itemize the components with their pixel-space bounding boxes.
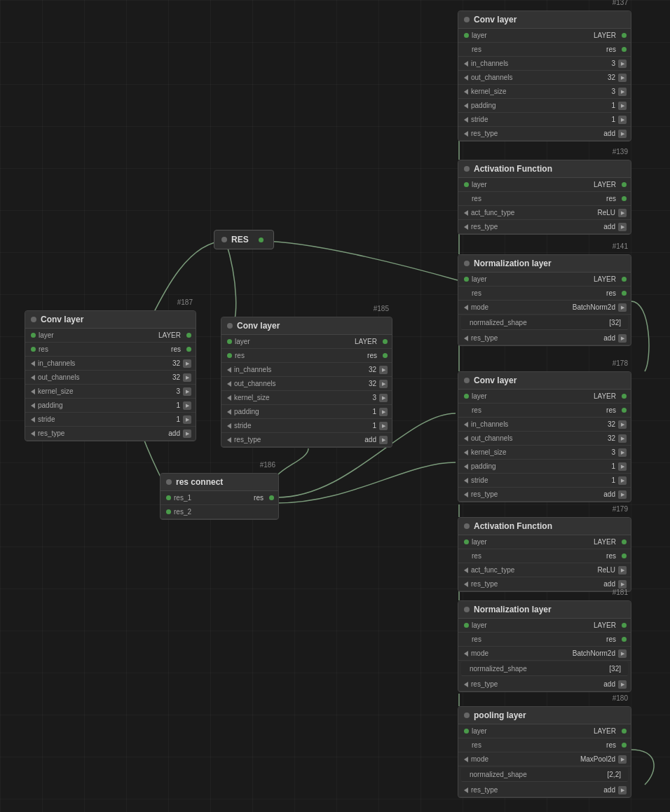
inch-arrow[interactable]: ▶ <box>379 366 388 374</box>
restype-arrow[interactable]: ▶ <box>379 436 388 444</box>
mode-arrow[interactable]: ▶ <box>618 755 627 764</box>
right-port[interactable] <box>622 33 627 38</box>
inch-arrow[interactable]: ▶ <box>618 420 627 429</box>
right-port[interactable] <box>622 729 627 734</box>
restype-arrow[interactable]: ▶ <box>618 786 627 794</box>
node-id-139: #139 <box>613 148 628 156</box>
chevron-icon <box>464 131 468 137</box>
func-arrow[interactable]: ▶ <box>618 209 627 217</box>
kernel-arrow[interactable]: ▶ <box>183 387 191 396</box>
right-port[interactable] <box>622 394 627 399</box>
chevron-icon <box>464 436 468 441</box>
res-node-title: RES <box>231 235 249 245</box>
res-value: res <box>606 552 616 560</box>
stride-arrow[interactable]: ▶ <box>379 422 388 430</box>
outch-label: out_channels <box>471 74 608 81</box>
inch-arrow[interactable]: ▶ <box>183 359 191 368</box>
res-right-port[interactable] <box>622 47 627 52</box>
left-port[interactable] <box>464 394 469 399</box>
restype-arrow[interactable]: ▶ <box>618 580 627 589</box>
node-header-norm181: Normalization layer <box>458 601 631 619</box>
restype-arrow[interactable]: ▶ <box>618 334 627 343</box>
left-port[interactable] <box>464 539 469 544</box>
restype-arrow[interactable]: ▶ <box>183 429 191 438</box>
kernel-label: kernel_size <box>234 394 372 401</box>
res-right-port[interactable] <box>622 291 627 296</box>
left-port[interactable] <box>464 182 469 187</box>
conv185-inch-row: in_channels 32 ▶ <box>221 363 392 377</box>
res-label: res <box>39 345 171 353</box>
left-port[interactable] <box>464 33 469 38</box>
layer-label: layer <box>472 621 594 629</box>
res2-label: res_2 <box>174 508 274 516</box>
stride-arrow[interactable]: ▶ <box>618 476 627 485</box>
stride-arrow[interactable]: ▶ <box>618 116 627 124</box>
padding-arrow[interactable]: ▶ <box>183 401 191 410</box>
func-arrow[interactable]: ▶ <box>618 566 627 574</box>
header-dot <box>464 523 470 529</box>
conv185-title: Conv layer <box>237 321 280 331</box>
right-port[interactable] <box>622 277 627 282</box>
res-left-port[interactable] <box>227 353 232 358</box>
res-right-port[interactable] <box>622 196 627 201</box>
mode-arrow[interactable]: ▶ <box>618 649 627 658</box>
restype-arrow[interactable]: ▶ <box>618 680 627 689</box>
res-right-port[interactable] <box>186 347 191 352</box>
norm181-layer-row: layer LAYER <box>458 619 631 633</box>
kernel-arrow[interactable]: ▶ <box>618 88 627 96</box>
restype-label: res_type <box>471 130 603 137</box>
restype-label: res_type <box>471 490 603 498</box>
right-port[interactable] <box>186 333 191 338</box>
mode-arrow[interactable]: ▶ <box>618 303 627 312</box>
right-port[interactable] <box>622 539 627 544</box>
res-label: res <box>235 352 367 359</box>
pool180-restype-row: res_type add ▶ <box>458 783 631 797</box>
left-port[interactable] <box>464 277 469 282</box>
stride-arrow[interactable]: ▶ <box>183 415 191 424</box>
left-port[interactable] <box>464 623 469 628</box>
res-left-port[interactable] <box>31 347 36 352</box>
chevron-icon <box>227 409 231 415</box>
res-value: res <box>367 352 377 359</box>
res-port-right[interactable] <box>259 238 264 242</box>
padding-arrow[interactable]: ▶ <box>618 462 627 471</box>
chevron-icon <box>31 403 35 408</box>
res-right-port[interactable] <box>622 553 627 558</box>
kernel-value: 3 <box>611 88 615 95</box>
node-header-act139: Activation Function <box>458 160 631 178</box>
left-port[interactable] <box>227 339 232 344</box>
left-port[interactable] <box>31 333 36 338</box>
padding-arrow[interactable]: ▶ <box>618 102 627 110</box>
res1-right-port[interactable] <box>269 495 274 500</box>
conv178-layer-row: layer LAYER <box>458 390 631 404</box>
inch-arrow[interactable]: ▶ <box>618 60 627 68</box>
res-right-port[interactable] <box>622 743 627 748</box>
res-right-port[interactable] <box>622 637 627 642</box>
res-label: res <box>472 289 606 297</box>
outch-arrow[interactable]: ▶ <box>618 434 627 443</box>
restype-arrow[interactable]: ▶ <box>618 130 627 138</box>
restype-arrow[interactable]: ▶ <box>618 223 627 231</box>
kernel-arrow[interactable]: ▶ <box>379 394 388 402</box>
conv187-title: Conv layer <box>41 315 83 324</box>
res-right-port[interactable] <box>622 408 627 413</box>
padding-arrow[interactable]: ▶ <box>379 408 388 416</box>
restype-arrow[interactable]: ▶ <box>618 490 627 499</box>
outch-value: 32 <box>608 434 615 442</box>
outch-label: out_channels <box>38 373 172 381</box>
outch-value: 32 <box>369 380 376 387</box>
left-port[interactable] <box>464 729 469 734</box>
chevron-icon <box>464 682 468 687</box>
node-id-179: #179 <box>613 505 628 513</box>
res2-port[interactable] <box>166 509 171 514</box>
right-port[interactable] <box>383 339 388 344</box>
res1-value: res <box>254 494 264 502</box>
outch-arrow[interactable]: ▶ <box>379 380 388 388</box>
outch-arrow[interactable]: ▶ <box>183 373 191 382</box>
right-port[interactable] <box>622 623 627 628</box>
res-right-port[interactable] <box>383 353 388 358</box>
right-port[interactable] <box>622 182 627 187</box>
outch-arrow[interactable]: ▶ <box>618 74 627 82</box>
kernel-arrow[interactable]: ▶ <box>618 448 627 457</box>
res1-port[interactable] <box>166 495 171 500</box>
